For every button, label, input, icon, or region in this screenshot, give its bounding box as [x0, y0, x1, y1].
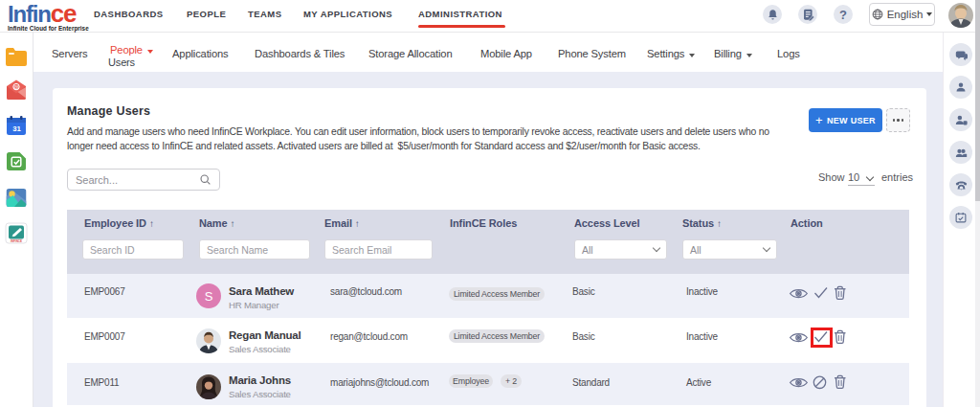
svg-text:INFINCE: INFINCE — [11, 239, 22, 243]
svg-text:31: 31 — [12, 124, 21, 133]
svg-text:@: @ — [13, 84, 19, 90]
